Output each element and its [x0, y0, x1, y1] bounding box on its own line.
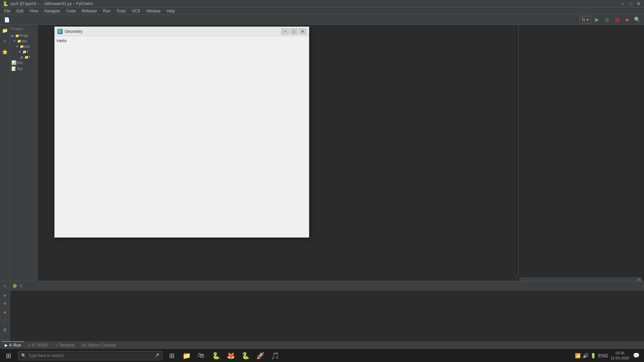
folder-icon: ▶ 📁 [11, 34, 19, 38]
taskbar-app-rocket[interactable]: 🚀 [254, 350, 267, 362]
sidebar-item-f1[interactable]: ▼ 📁 f [10, 49, 37, 54]
razer-icon: 🐍 [212, 352, 220, 360]
sidebar-item-scratch[interactable]: 📝 Scr [10, 66, 37, 72]
menu-item-refactor[interactable]: Refactor [79, 8, 100, 14]
tab-python-console[interactable]: Py Python Console [78, 341, 119, 349]
title-bar-left: 🐍 pych [D:\pych] – …\bbhuwan\f1.py – PyC… [3, 1, 93, 6]
toolbar-right: f1 ▾ ▶ ⚙ 🐞 ■ 🔍 [580, 16, 641, 24]
volume-icon[interactable]: 🔊 [583, 353, 588, 358]
spotify-icon: 🎵 [271, 352, 279, 360]
title-bar: 🐍 pych [D:\pych] – …\bbhuwan\f1.py – PyC… [0, 0, 644, 7]
run-config-selector[interactable]: f1 ▾ [580, 16, 591, 23]
menu-bar: FileEditViewNavigateCodeRefactorRunTools… [0, 7, 644, 15]
taskbar-app-explorer[interactable]: 📁 [180, 350, 193, 362]
run-panel-main: f1 [10, 281, 644, 341]
bottom-panel: ↻ ▲ ▼ ■ ⋮ 🗑 f1 [0, 281, 644, 341]
run-rerun-icon[interactable]: ↻ [1, 283, 9, 290]
run-trash-icon[interactable]: 🗑 [1, 326, 9, 334]
sidebar-item-external[interactable]: 📊 Ext [10, 60, 37, 66]
terminal-tab-icon: > [55, 343, 58, 348]
clock[interactable]: 19:35 12-03-2020 [610, 351, 629, 360]
activity-structure-icon[interactable]: ≡ [1, 37, 9, 46]
dialog-content: Hello [55, 36, 309, 237]
menu-item-vcs[interactable]: VCS [129, 8, 143, 14]
app-title: pych [D:\pych] – …\bbhuwan\f1.py – PyCha… [10, 1, 93, 6]
run-panel-header: f1 [10, 281, 644, 291]
dialog-minimize-button[interactable]: ─ [281, 28, 289, 35]
notification-center-button[interactable]: 💬 [631, 351, 641, 361]
menu-item-view[interactable]: View [27, 8, 41, 14]
menu-item-tools[interactable]: Tools [114, 8, 128, 14]
run-stop-icon[interactable]: ■ [1, 309, 9, 316]
maximize-button[interactable]: □ [628, 1, 633, 6]
search-button[interactable]: 🔍 [633, 16, 641, 24]
run-more-icon[interactable]: ⋮ [1, 317, 9, 325]
menu-item-code[interactable]: Code [63, 8, 78, 14]
start-button[interactable]: ⊞ [0, 349, 17, 362]
taskbar-app-pycharm[interactable]: 🐍 [239, 350, 252, 362]
search-bar[interactable]: 🔍 Type here to search 🎤 [18, 351, 162, 360]
geometry-dialog: G Geometry ─ □ ✕ Hello [54, 26, 309, 238]
search-placeholder-text: Type here to search [28, 353, 152, 358]
clock-time: 19:35 [615, 351, 625, 355]
stop-button[interactable]: ■ [623, 16, 631, 24]
taskbar-app-taskview[interactable]: ⊞ [165, 350, 178, 362]
sidebar-item-f2[interactable]: ▶ 📁 f [10, 54, 37, 60]
taskbar-app-razer[interactable]: 🐍 [209, 350, 223, 362]
menu-item-run[interactable]: Run [100, 8, 113, 14]
language-label[interactable]: ENG [598, 353, 608, 358]
activity-favorites-icon[interactable]: ⭐ [1, 48, 9, 56]
sidebar-item-project[interactable]: ▶ 📁 Proje [10, 33, 37, 38]
explorer-icon: 📁 [182, 352, 191, 360]
menu-item-window[interactable]: Window [144, 8, 163, 14]
sidebar-item-pyc[interactable]: ▼ 📁 pyc [10, 38, 37, 44]
firefox-icon: 🦊 [227, 352, 235, 360]
sidebar-item-pyc2[interactable]: ▼ 📁 pyc [10, 44, 37, 49]
search-mic-icon: 🔍 [21, 353, 26, 358]
minimize-button[interactable]: ─ [620, 1, 625, 6]
run-tab-icon: ▶ [5, 343, 8, 348]
menu-item-file[interactable]: File [1, 8, 13, 14]
dialog-close-button[interactable]: ✕ [299, 28, 306, 35]
dialog-maximize-button[interactable]: □ [290, 28, 298, 35]
run-panel-sidebar: ↻ ▲ ▼ ■ ⋮ 🗑 [0, 281, 10, 341]
run-up-icon[interactable]: ▲ [1, 291, 9, 299]
tab-terminal[interactable]: > Terminal [52, 341, 77, 349]
network-icon[interactable]: 📶 [575, 353, 581, 358]
taskbar-right: 📶 🔊 🔋 ENG 19:35 12-03-2020 💬 [575, 351, 644, 361]
pycharm-icon: 🐍 [241, 352, 250, 360]
run-config-name: f1 [582, 17, 585, 22]
bottom-tabs: ▶ 4: Run ≡ 6: TODO > Terminal Py Python … [0, 341, 644, 349]
tab-todo[interactable]: ≡ 6: TODO [25, 341, 51, 349]
run-tab-label: 4: Run [9, 343, 21, 348]
store-icon: 🛍 [198, 352, 205, 359]
toolbar: 📄 f1 ▾ ▶ ⚙ 🐞 ■ 🔍 [0, 15, 644, 25]
sidebar-header: Project [10, 25, 37, 33]
clock-date: 12-03-2020 [610, 356, 629, 360]
toolbar-file-icon[interactable]: 📄 [3, 16, 11, 24]
activity-project-icon[interactable]: 📁 [1, 26, 9, 35]
windows-logo: ⊞ [3, 351, 13, 361]
taskbar-app-firefox[interactable]: 🦊 [224, 350, 237, 362]
microphone-icon[interactable]: 🎤 [154, 353, 159, 358]
menu-item-edit[interactable]: Edit [14, 8, 26, 14]
tab-run[interactable]: ▶ 4: Run [1, 341, 24, 349]
rocket-icon: 🚀 [256, 352, 265, 360]
dialog-title-buttons: ─ □ ✕ [281, 28, 306, 35]
close-button[interactable]: ✕ [636, 1, 641, 6]
pyc2-folder-icon: ▼ 📁 [15, 45, 24, 48]
todo-tab-icon: ≡ [28, 343, 31, 348]
run-down-icon[interactable]: ▼ [1, 300, 9, 307]
todo-tab-label: 6: TODO [32, 343, 48, 348]
menu-item-navigate[interactable]: Navigate [42, 8, 63, 14]
taskbar-app-spotify[interactable]: 🎵 [268, 350, 282, 362]
python-console-tab-icon: Py [82, 343, 86, 348]
menu-item-help[interactable]: Help [164, 8, 178, 14]
settings-button[interactable]: ⚙ [603, 16, 611, 24]
run-indicator [13, 284, 17, 288]
terminal-tab-label: Terminal [59, 343, 74, 348]
debug-button[interactable]: 🐞 [613, 16, 621, 24]
taskbar-app-store[interactable]: 🛍 [195, 350, 208, 362]
taskbar: ⊞ 🔍 Type here to search 🎤 ⊞ 📁 🛍 🐍 🦊 🐍 🚀 … [0, 349, 644, 362]
run-button[interactable]: ▶ [593, 16, 601, 24]
